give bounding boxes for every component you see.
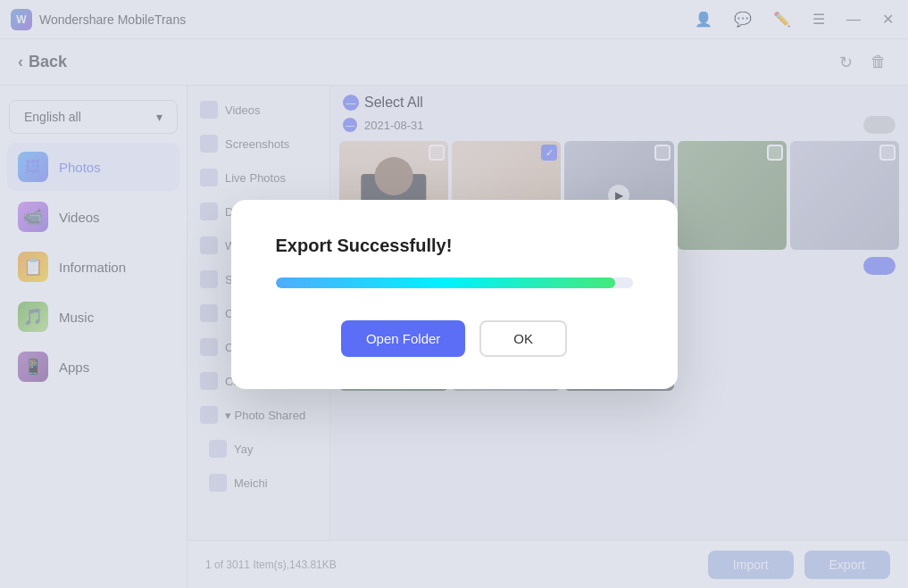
progress-bar-fill: [276, 277, 615, 288]
modal-buttons: Open Folder OK: [341, 320, 567, 357]
open-folder-button[interactable]: Open Folder: [341, 320, 465, 357]
modal-title: Export Successfully!: [276, 236, 453, 256]
export-success-modal: Export Successfully! Open Folder OK: [231, 200, 678, 389]
modal-overlay: Export Successfully! Open Folder OK: [0, 0, 908, 588]
progress-bar-container: [276, 277, 633, 288]
ok-button[interactable]: OK: [479, 320, 567, 357]
